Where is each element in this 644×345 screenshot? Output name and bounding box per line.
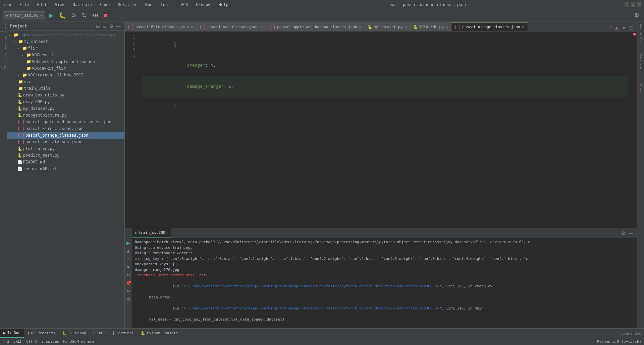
tree-readme[interactable]: 📄 README.md bbox=[7, 159, 124, 165]
status-python[interactable]: Python 3.8 (pytorch) bbox=[597, 339, 641, 344]
tree-my-dataset[interactable]: ▾ 📁 my_dataset bbox=[7, 38, 124, 45]
menu-refactor[interactable]: Refactor bbox=[116, 2, 139, 8]
tree-pascal-orange-json[interactable]: { } pascal_orange_classes.json bbox=[7, 132, 124, 139]
bottom-tab-terminal[interactable]: $ Terminal bbox=[109, 329, 137, 338]
panel-collapse-all-button[interactable]: ⊟ bbox=[102, 23, 107, 29]
stop-button[interactable]: ■ bbox=[102, 11, 109, 19]
run-rerun-button[interactable]: ↻ bbox=[125, 272, 132, 278]
run-tab-close-button[interactable]: ✕ bbox=[167, 231, 169, 234]
tab-close-apple[interactable]: ✕ bbox=[359, 25, 362, 29]
bottom-tab-problems[interactable]: ! 6: Problems bbox=[24, 329, 59, 338]
tab-scroll-down[interactable]: ▼ bbox=[621, 24, 627, 31]
traceback-link-2[interactable]: D:/LenovoSoftstore/otherfile/deep-learni… bbox=[184, 306, 439, 310]
project-icon[interactable]: 1-Project bbox=[0, 23, 7, 29]
bottom-tab-debug[interactable]: 🐛 5: Debug bbox=[59, 329, 90, 338]
tree-gray-grb[interactable]: 🐍 gray_GRB.py bbox=[7, 98, 124, 105]
menu-edit[interactable]: Edit bbox=[36, 2, 48, 8]
run-stop-button[interactable]: ■ bbox=[125, 256, 132, 262]
run-scroll-down-button[interactable]: ▼ bbox=[125, 264, 132, 270]
tree-pascal-apple-json[interactable]: { } pascal_apple_and_banana_classes.json bbox=[7, 119, 124, 125]
run-output[interactable]: Namespace(batch_size=2, data_path='D:\\L… bbox=[132, 238, 637, 328]
concurrency-button[interactable]: ⏭ bbox=[90, 11, 100, 19]
panel-settings-button[interactable]: ⚙ bbox=[109, 23, 114, 29]
run-button[interactable]: ▶ bbox=[47, 11, 55, 20]
tab-pascal-orange[interactable]: { } pascal_orange_classes.json ✕ bbox=[451, 22, 528, 31]
menu-file[interactable]: File bbox=[18, 2, 31, 8]
tab-close-voc[interactable]: ✕ bbox=[260, 25, 264, 29]
tree-vocdevkit-flir[interactable]: ▸ 📁 VOCdevkit_flir bbox=[7, 65, 124, 72]
menu-tools[interactable]: Tools bbox=[159, 2, 174, 8]
event-log-link[interactable]: Event Log bbox=[621, 331, 641, 336]
close-button[interactable]: ✕ bbox=[637, 2, 641, 7]
menu-window[interactable]: Window bbox=[195, 2, 212, 8]
tree-plot-curve[interactable]: 🐍 plot_curve.py bbox=[7, 145, 124, 152]
minimize-button[interactable]: — bbox=[625, 2, 629, 7]
database-icon[interactable]: Database bbox=[639, 53, 642, 70]
tree-noobgectpicture[interactable]: 🐍 noobgectpicture.py bbox=[7, 112, 124, 119]
maximize-button[interactable]: □ bbox=[631, 2, 635, 7]
profile-button[interactable]: ↻ bbox=[80, 11, 89, 20]
menu-vcs[interactable]: VCS bbox=[179, 2, 190, 8]
tree-root[interactable]: ▾ 📁 ssd D:\LenovoSoftstore\otherfile\dee… bbox=[7, 31, 124, 38]
run-play-button[interactable]: ▶ bbox=[125, 239, 132, 246]
traceback-link-1[interactable]: D:/LenovoSoftstore/otherfile/deep-learni… bbox=[184, 284, 439, 288]
tab-yolo-xml[interactable]: 🐍 YOLO_XML.py ✕ bbox=[411, 22, 451, 31]
menu-view[interactable]: View bbox=[54, 2, 66, 8]
tree-draw-box-utils[interactable]: 🐍 draw_box_utils.py bbox=[7, 92, 124, 98]
tab-pascal-flir[interactable]: { } pascal_Flir_classes.json ✕ bbox=[125, 22, 197, 31]
app-menu-ssd[interactable]: ssd bbox=[3, 2, 13, 8]
tree-vocdevkit-apple[interactable]: ▸ 📁 VOCdevkit_apple_and_banana bbox=[7, 58, 124, 65]
run-pin-button[interactable]: 📌 bbox=[125, 280, 132, 286]
run-clear-button[interactable]: 🗑 bbox=[125, 296, 132, 302]
tree-pascal-flir-json[interactable]: { } pascal_Flir_classes.json bbox=[7, 125, 124, 132]
status-line-ending[interactable]: CRLF bbox=[13, 339, 22, 344]
sciview-icon[interactable]: SciView bbox=[639, 77, 642, 93]
remote-host-icon[interactable]: Remote Host bbox=[639, 23, 642, 46]
run-panel-hide-button[interactable]: — bbox=[628, 230, 634, 236]
run-config-selector[interactable]: ▶ train_ssd300 ▾ bbox=[3, 11, 45, 19]
menu-navigate[interactable]: Navigate bbox=[71, 2, 93, 8]
run-tab-train-ssd300[interactable]: ▶ train_ssd300 ✕ bbox=[132, 228, 171, 238]
settings-button[interactable]: ⚙ bbox=[632, 11, 641, 20]
favorites-icon[interactable]: 2-Favorites bbox=[0, 40, 7, 47]
status-indent[interactable]: 2 spaces bbox=[42, 339, 59, 344]
debug-button[interactable]: 🐛 bbox=[57, 11, 68, 20]
tab-pascal-voc[interactable]: { } pascal_voc_classes.json ✕ bbox=[197, 22, 266, 31]
menu-code[interactable]: Code bbox=[99, 2, 111, 8]
panel-hide-button[interactable]: — bbox=[116, 23, 122, 29]
tree-pascal-voc-json[interactable]: { } pascal_voc_classes.json bbox=[7, 139, 124, 145]
tree-vocdevkit[interactable]: ▸ 📁 VOCdevkit bbox=[7, 52, 124, 58]
menu-help[interactable]: Help bbox=[217, 2, 230, 8]
tab-close-my-dataset[interactable]: ✕ bbox=[404, 25, 408, 29]
tab-scroll-up[interactable]: ▲ bbox=[613, 24, 620, 31]
tree-flir[interactable]: ▾ 📁 flir bbox=[7, 45, 124, 52]
tree-predict-test[interactable]: 🐍 predict_test.py bbox=[7, 152, 124, 159]
status-position[interactable]: 4:2 bbox=[3, 339, 9, 344]
bottom-tab-todo[interactable]: ✓ TODO bbox=[90, 329, 109, 338]
code-content[interactable]: { "orange": 4, "damage_orange": 5, } bbox=[138, 31, 632, 228]
status-json-schema[interactable]: No JSON schema bbox=[63, 339, 94, 344]
tab-pascal-apple[interactable]: { } pascal_apple_and_banana_classes.json… bbox=[266, 22, 365, 31]
tree-voctrainval[interactable]: ▸ 📁 VOCtrainval_11-May-2012 bbox=[7, 72, 124, 78]
run-scroll-up-button[interactable]: ▲ bbox=[125, 248, 132, 254]
run-panel-settings-button[interactable]: ⚙ bbox=[621, 230, 627, 236]
tab-menu[interactable]: ☰ bbox=[628, 24, 634, 31]
status-encoding[interactable]: UTF-8 bbox=[26, 339, 37, 344]
panel-expand-all-button[interactable]: ⊞ bbox=[95, 23, 101, 29]
run-with-coverage-button[interactable]: ⟳ bbox=[69, 11, 78, 20]
tab-close-pascal-orange[interactable]: ✕ bbox=[521, 25, 525, 29]
tab-close-yolo-xml[interactable]: ✕ bbox=[445, 25, 449, 29]
tree-record-map[interactable]: 📄 record_mAP.txt bbox=[7, 165, 124, 172]
tree-src[interactable]: ▸ 📁 src bbox=[7, 78, 124, 85]
bottom-tab-python-console[interactable]: 🐍 Python Console bbox=[137, 329, 181, 338]
tree-my-dataset-py[interactable]: 🐍 my_dataset.py bbox=[7, 105, 124, 112]
tab-close-flir[interactable]: ✕ bbox=[190, 25, 194, 29]
structure-icon[interactable]: Z: Structure bbox=[0, 58, 7, 64]
tab-my-dataset[interactable]: 🐍 my_dataset.py ✕ bbox=[365, 22, 411, 31]
tree-train-utils[interactable]: ▸ 📁 train_utils bbox=[7, 85, 124, 92]
output-line-traceback-2: main(args) bbox=[135, 295, 634, 300]
code-editor[interactable]: 1 2 3 4 { "orange": 4, "damage_orange": … bbox=[125, 31, 637, 228]
bottom-tab-run[interactable]: ▶ 4: Run bbox=[0, 329, 24, 338]
menu-run[interactable]: Run bbox=[144, 2, 154, 8]
run-soft-wrap-button[interactable]: ⇔ bbox=[125, 288, 132, 294]
